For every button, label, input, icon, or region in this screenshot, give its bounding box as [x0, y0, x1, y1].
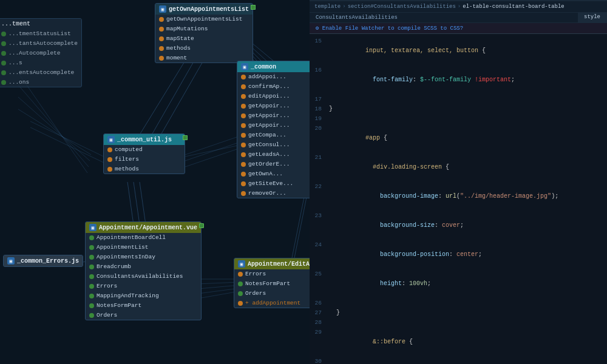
svg-line-2 [161, 61, 203, 135]
node-item: AppointmentList [86, 243, 201, 252]
node-edit-appointment-vue: ▣ Appointment/EditAppointment.vue Errors… [234, 258, 310, 308]
scss-code-block: 15 input, textarea, select, button { 16 … [310, 34, 607, 364]
breadcrumb-part: template [314, 4, 341, 10]
node-item: mapState [155, 34, 253, 44]
node-item: NotesFormPart [234, 279, 310, 289]
node-item: getOwnA... [237, 169, 310, 179]
node-item: removeOr... [237, 189, 310, 198]
node-item: ...tantsAutocomplete [0, 39, 81, 49]
node-item: getConsul... [237, 140, 310, 150]
node-item-filters: filters [104, 155, 185, 164]
scss-line-26: 26 [310, 298, 607, 308]
scss-line-28: 28 [310, 318, 607, 328]
node-item: getAppoir... [237, 121, 310, 130]
node-appointments-list: ▣ getOwnAppointmentsList getOwnAppointme… [155, 3, 253, 63]
node-item: getCompa... [237, 130, 310, 140]
scss-line-22: 22 background-image: url("../img/header-… [310, 182, 607, 211]
node-item: + addAppointment [234, 298, 310, 308]
node-item: Orders [86, 311, 201, 320]
node-item: editAppoi... [237, 92, 310, 101]
scss-line-24: 24 background-position: center; [310, 240, 607, 269]
node-item: getAppoir... [237, 101, 310, 111]
node-item-computed: computed [104, 145, 185, 155]
svg-line-18 [18, 85, 89, 167]
file-watcher-text: Enable File Watcher to compile [322, 25, 424, 32]
file-watcher-notice: ⚙ Enable File Watcher to compile SCSS to… [310, 23, 607, 34]
tabs-row: ConsultantsAvailabilities style [310, 13, 607, 23]
breadcrumb-active: el-table-consultant-board-table [463, 4, 564, 10]
scss-line-23: 23 background-size: cover; [310, 211, 607, 240]
svg-line-19 [18, 73, 87, 173]
node-item: mapMutations [155, 24, 253, 34]
node-icon: ▣ [159, 5, 166, 13]
scss-line-15: 15 input, textarea, select, button { [310, 36, 607, 66]
node-item: ...ons [0, 78, 81, 87]
node-item: confirmAp... [237, 82, 310, 92]
scss-line-25: 25 height: 100vh; [310, 269, 607, 298]
node-item: AppointmentsInDay [86, 252, 201, 262]
scss-line-19: 19 [310, 114, 607, 124]
node-item: methods [155, 44, 253, 53]
breadcrumb-part: section#ConsultantsAvailabilities [348, 4, 456, 10]
svg-line-9 [134, 182, 140, 224]
editor-tabs: style [578, 13, 607, 22]
breadcrumb-bar: template › section#ConsultantsAvailabili… [310, 1, 607, 13]
node-common-module: ▣ _common addAppoi... confirmAp... editA… [237, 61, 310, 198]
node-item: getOwnAppointmentsList [155, 15, 253, 24]
node-item: Errors [234, 269, 310, 279]
dependency-graph: ▣ getOwnAppointmentsList getOwnAppointme… [0, 0, 310, 364]
node-item: ...Autocomplete [0, 49, 81, 58]
node-item: addAppoi... [237, 72, 310, 82]
svg-line-14 [30, 121, 106, 158]
scss-line-30: 30 background-image: repeating-radial-gr… [310, 357, 607, 364]
node-common-util: ▣ _common_util.js computed filters metho… [103, 133, 185, 174]
node-common-errors: ▣ _common_Errors.js [3, 255, 83, 267]
node-left-edge-1: ...tment ...tmentStatusList ...tantsAuto… [0, 18, 82, 87]
node-item: ...tmentStatusList [0, 29, 81, 39]
node-item: ...entsAutocomplete [0, 68, 81, 78]
scss-line-18: 18 } [310, 104, 607, 114]
tab-style[interactable]: style [578, 13, 607, 22]
node-item: Breadcrumb [86, 262, 201, 272]
svg-line-17 [18, 97, 90, 161]
node-icon: ▣ [7, 257, 15, 265]
node-icon: ▣ [238, 260, 245, 268]
node-item: getLeadsA... [237, 150, 310, 160]
node-item-methods: methods [104, 164, 185, 174]
editor-bottom-area: template › section#ConsultantsAvailabili… [310, 1, 607, 364]
node-appointment-vue: ▣ Appointment/Appointment.vue Appointmen… [85, 221, 202, 320]
node-item: getOrderE... [237, 160, 310, 169]
svg-line-15 [30, 127, 106, 164]
svg-line-10 [140, 182, 146, 224]
svg-line-16 [18, 109, 91, 155]
file-watcher-icon: ⚙ [316, 25, 319, 32]
node-item: AppointmentBoardCell [86, 233, 201, 243]
scss-line-20: 20 #app { [310, 124, 607, 153]
node-icon: ▣ [89, 224, 97, 231]
node-title-common-util: _common_util.js [117, 136, 172, 143]
scss-line-29: 29 &::before { [310, 328, 607, 357]
node-item: getSiteEve... [237, 179, 310, 189]
node-item: Errors [86, 281, 201, 291]
node-icon: ▣ [241, 63, 248, 70]
node-icon: ▣ [107, 136, 115, 143]
scss-line-17: 17 [310, 95, 607, 104]
node-item: getAppoir... [237, 111, 310, 121]
node-item: NotesFormPart [86, 301, 201, 311]
scss-line-21: 21 #div.loading-screen { [310, 153, 607, 182]
svg-line-0 [140, 61, 185, 135]
node-item: Orders [234, 289, 310, 298]
scss-line-27: 27 } [310, 308, 607, 318]
node-title-appointments: getOwnAppointmentsList [169, 6, 249, 13]
filename-label: ConsultantsAvailabilities [310, 13, 404, 22]
node-item: MappingAndTracking [86, 291, 201, 301]
node-item: ...s [0, 58, 81, 68]
code-editor: 52 v-loading="loading"> 53 <el-table-col… [310, 0, 607, 364]
node-item: ConsultantsAvailabilities [86, 272, 201, 281]
svg-line-8 [127, 182, 134, 224]
svg-line-1 [152, 61, 194, 135]
scss-line-16: 16 font-family: $--font-family !importan… [310, 66, 607, 95]
